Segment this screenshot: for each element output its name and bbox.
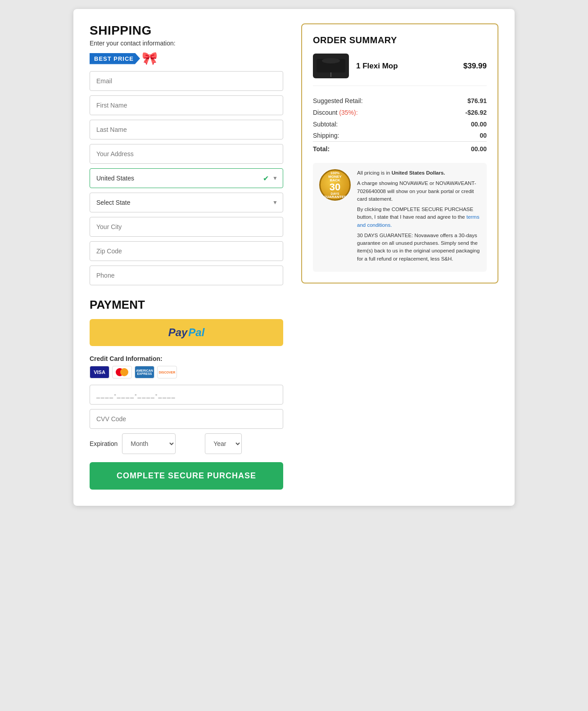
email-input[interactable] (90, 71, 283, 91)
zip-group (90, 241, 283, 261)
suggested-retail-value: $76.91 (434, 95, 487, 107)
terms-prefix: By clicking the COMPLETE SECURE PURCHASE… (357, 207, 473, 220)
year-select[interactable]: Year 2024 2025 2026 2027 2028 2029 2030 (205, 433, 242, 454)
paypal-pay-text: Pay (168, 326, 188, 339)
paypal-button[interactable]: PayPal (90, 319, 283, 346)
guarantee-circle: 100% MONEY BACK 30 DAYS GUARANTEE (319, 169, 351, 201)
product-image-svg (315, 55, 347, 77)
last-name-group (90, 120, 283, 140)
main-layout: SHIPPING Enter your contact information:… (90, 23, 498, 490)
terms-note: By clicking the COMPLETE SECURE PURCHASE… (357, 206, 480, 229)
product-name: 1 Flexi Mop (356, 62, 456, 71)
complete-purchase-button[interactable]: COMPLETE SECURE PURCHASE (90, 462, 283, 490)
product-price: $39.99 (463, 62, 487, 71)
country-checkmark-icon: ✔ (263, 174, 269, 183)
shipping-row: Shipping: 00 (313, 130, 487, 142)
discount-value: -$26.92 (434, 107, 487, 118)
pricing-note-bold: United States Dollars. (392, 170, 445, 176)
city-input[interactable] (90, 217, 283, 237)
page-container: SHIPPING Enter your contact information:… (73, 9, 515, 506)
best-price-badge: BEST PRICE 🎀 (90, 52, 158, 65)
country-group: United States Canada United Kingdom ✔ ▼ (90, 168, 283, 188)
cc-label: Credit Card Information: (90, 355, 283, 362)
shipping-value: 00 (434, 130, 487, 142)
guarantee-number: 30 (330, 182, 340, 192)
email-group (90, 71, 283, 91)
paypal-pal-text: Pal (188, 326, 204, 339)
discover-icon: DISCOVER (157, 366, 177, 378)
phone-input[interactable] (90, 266, 283, 285)
suggested-retail-label: Suggested Retail: (313, 95, 434, 107)
country-wrapper: United States Canada United Kingdom ✔ ▼ (90, 168, 283, 188)
state-select[interactable]: Select State Alabama Alaska Arizona Cali… (90, 193, 283, 212)
country-select[interactable]: United States Canada United Kingdom (90, 168, 283, 188)
subtotal-label: Subtotal: (313, 118, 434, 130)
product-row: 1 Flexi Mop $39.99 (313, 54, 487, 86)
charge-note: A charge showing NOVAWAVE or NOVAWAVEANT… (357, 180, 480, 203)
discount-text: Discount (313, 109, 339, 116)
pricing-note-text: All pricing is in (357, 170, 392, 176)
mc-orange-circle (120, 368, 128, 376)
pricing-table: Suggested Retail: $76.91 Discount (35%):… (313, 95, 487, 155)
card-icons-row: VISA AMERICANEXPRESS DISCOVER (90, 366, 283, 378)
subtotal-value: 00.00 (434, 118, 487, 130)
shipping-label: Shipping: (313, 130, 434, 142)
guarantee-note: 30 DAYS GUARANTEE: Novawave offers a 30-… (357, 232, 480, 263)
month-wrapper: Month January February March April May J… (122, 433, 200, 454)
svg-point-2 (322, 58, 340, 63)
subtotal-row: Subtotal: 00.00 (313, 118, 487, 130)
best-price-ribbon: BEST PRICE (90, 53, 140, 64)
city-group (90, 217, 283, 237)
total-label: Total: (313, 142, 434, 155)
payment-title: PAYMENT (90, 298, 283, 312)
guarantee-text: All pricing is in United States Dollars.… (357, 169, 480, 266)
ribbon-icon: 🎀 (142, 52, 158, 65)
guarantee-badge: 100% MONEY BACK 30 DAYS GUARANTEE (319, 169, 351, 201)
amex-icon: AMERICANEXPRESS (135, 366, 154, 378)
order-summary-title: ORDER SUMMARY (313, 35, 487, 45)
state-wrapper: Select State Alabama Alaska Arizona Cali… (90, 193, 283, 212)
shipping-title: SHIPPING (90, 23, 283, 38)
state-group: Select State Alabama Alaska Arizona Cali… (90, 193, 283, 212)
expiration-label: Expiration (90, 440, 118, 447)
pricing-note: All pricing is in United States Dollars. (357, 169, 480, 177)
discount-pct-text: (35%): (339, 109, 357, 116)
total-row: Total: 00.00 (313, 142, 487, 155)
left-column: SHIPPING Enter your contact information:… (90, 23, 283, 490)
first-name-group (90, 95, 283, 115)
month-select[interactable]: Month January February March April May J… (122, 433, 176, 454)
discount-row: Discount (35%): -$26.92 (313, 107, 487, 118)
guarantee-guarantee: GUARANTEE (324, 195, 347, 199)
suggested-retail-row: Suggested Retail: $76.91 (313, 95, 487, 107)
expiration-row: Expiration Month January February March … (90, 433, 283, 454)
zip-input[interactable] (90, 241, 283, 261)
last-name-input[interactable] (90, 120, 283, 140)
year-wrapper: Year 2024 2025 2026 2027 2028 2029 2030 (205, 433, 283, 454)
mastercard-icon (112, 366, 132, 378)
address-input[interactable] (90, 144, 283, 164)
shipping-subtitle: Enter your contact information: (90, 40, 283, 47)
product-image (313, 54, 349, 78)
cc-number-input[interactable] (90, 385, 283, 405)
guarantee-section: 100% MONEY BACK 30 DAYS GUARANTEE All pr… (313, 163, 487, 272)
total-value: 00.00 (434, 142, 487, 155)
discount-label: Discount (35%): (313, 107, 434, 118)
first-name-input[interactable] (90, 95, 283, 115)
order-summary-box: ORDER SUMMARY 1 Flexi Mop $39.99 Su (301, 23, 498, 284)
cvv-input[interactable] (90, 409, 283, 429)
right-column: ORDER SUMMARY 1 Flexi Mop $39.99 Su (301, 23, 498, 284)
visa-icon: VISA (90, 366, 109, 378)
address-group (90, 144, 283, 164)
phone-group (90, 266, 283, 285)
